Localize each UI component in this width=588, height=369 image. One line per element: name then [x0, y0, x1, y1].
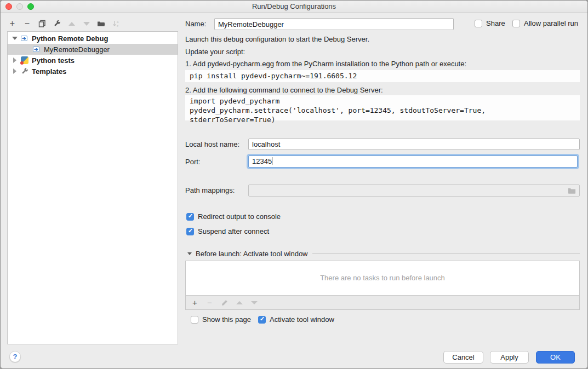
- before-launch-task-list[interactable]: There are no tasks to run before launch: [185, 261, 580, 296]
- pip-install-code-snippet[interactable]: pip install pydevd-pycharm~=191.6605.12: [185, 70, 580, 82]
- chevron-right-icon[interactable]: [13, 68, 16, 74]
- tree-item-python-tests[interactable]: Python tests: [8, 55, 178, 66]
- activate-tool-window-checkbox-box[interactable]: [258, 316, 266, 324]
- allow-parallel-run-label: Allow parallel run: [524, 19, 578, 27]
- apply-button[interactable]: Apply: [490, 351, 529, 364]
- configuration-panel: Name: Share Allow parallel run Launch th…: [185, 13, 580, 363]
- port-input[interactable]: 12345: [248, 155, 578, 168]
- move-up-icon: [67, 20, 76, 28]
- port-label: Port:: [185, 158, 200, 166]
- copy-icon[interactable]: [38, 20, 46, 28]
- name-label: Name:: [185, 20, 206, 28]
- suspend-after-connect-checkbox-box[interactable]: [186, 228, 194, 235]
- title-bar[interactable]: Run/Debug Configurations: [1, 1, 587, 13]
- show-this-page-label: Show this page: [202, 315, 251, 324]
- tree-item-label: Python tests: [32, 56, 75, 65]
- add-task-icon[interactable]: +: [191, 298, 199, 307]
- share-checkbox[interactable]: Share: [475, 19, 505, 27]
- tree-item-label: MyRemoteDebugger: [44, 45, 110, 54]
- sort-alphabetically-icon: az: [112, 20, 120, 28]
- svg-text:a: a: [117, 20, 119, 24]
- redirect-output-checkbox[interactable]: Redirect output to console: [186, 212, 281, 221]
- tree-item-python-remote-debug[interactable]: ➔ Python Remote Debug: [8, 33, 178, 44]
- port-value: 12345: [252, 157, 272, 165]
- settrace-code-snippet[interactable]: import pydevd_pycharm pydevd_pycharm.set…: [185, 95, 580, 120]
- add-icon[interactable]: +: [8, 20, 16, 28]
- share-label: Share: [486, 19, 505, 27]
- empty-tasks-text: There are no tasks to run before launch: [186, 274, 579, 282]
- remote-debug-icon: ➔: [33, 45, 41, 53]
- chevron-right-icon[interactable]: [13, 57, 16, 63]
- path-mappings-input[interactable]: [248, 184, 580, 197]
- allow-parallel-run-checkbox-box[interactable]: [512, 20, 520, 27]
- settrace-code-line2: pydevd_pycharm.settrace('localhost', por…: [190, 106, 575, 124]
- question-mark-icon: ?: [13, 353, 18, 361]
- section-divider: [312, 253, 580, 254]
- show-this-page-checkbox-box[interactable]: [191, 316, 198, 324]
- update-script-text: Update your script:: [185, 48, 245, 56]
- browse-folder-icon[interactable]: [568, 187, 576, 194]
- task-up-icon: [235, 298, 243, 307]
- tree-item-myremotedebugger[interactable]: ➔ MyRemoteDebugger: [8, 44, 178, 55]
- help-button[interactable]: ?: [9, 351, 21, 362]
- share-checkbox-box[interactable]: [475, 20, 482, 27]
- activate-tool-window-checkbox[interactable]: Activate tool window: [258, 315, 334, 324]
- tree-item-label: Python Remote Debug: [32, 34, 108, 43]
- edit-templates-wrench-icon[interactable]: [53, 20, 61, 28]
- configurations-toolbar: + − az: [8, 18, 120, 29]
- local-host-name-input[interactable]: [248, 139, 580, 150]
- name-input[interactable]: [214, 18, 454, 30]
- tree-item-templates[interactable]: Templates: [8, 66, 178, 77]
- step1-text: 1. Add pydevd-pycharm.egg from the PyCha…: [185, 60, 466, 68]
- settrace-code-line1: import pydevd_pycharm: [190, 96, 575, 106]
- show-this-page-checkbox[interactable]: Show this page: [191, 315, 251, 324]
- task-down-icon: [250, 298, 258, 307]
- cancel-button[interactable]: Cancel: [443, 351, 483, 364]
- svg-text:z: z: [117, 24, 118, 27]
- before-launch-title: Before launch: Activate tool window: [196, 250, 308, 258]
- move-down-icon: [82, 20, 90, 28]
- python-icon: [21, 56, 28, 64]
- text-caret: [272, 157, 272, 165]
- allow-parallel-run-checkbox[interactable]: Allow parallel run: [512, 19, 578, 27]
- suspend-after-connect-label: Suspend after connect: [198, 227, 269, 235]
- local-host-name-label: Local host name:: [185, 140, 239, 148]
- remove-task-icon: −: [205, 298, 214, 307]
- chevron-down-icon[interactable]: [12, 37, 18, 40]
- wrench-icon: [21, 67, 28, 75]
- run-debug-configurations-dialog: Run/Debug Configurations + − az ➔ Python…: [0, 0, 588, 369]
- redirect-output-label: Redirect output to console: [198, 212, 281, 221]
- edit-task-pencil-icon: [220, 298, 229, 307]
- before-launch-section-header[interactable]: Before launch: Activate tool window: [187, 250, 580, 258]
- path-mappings-label: Path mappings:: [185, 186, 235, 194]
- remove-icon[interactable]: −: [23, 20, 31, 28]
- configurations-tree: ➔ Python Remote Debug ➔ MyRemoteDebugger…: [7, 31, 178, 344]
- tree-item-label: Templates: [32, 67, 66, 76]
- ok-button[interactable]: OK: [536, 351, 575, 364]
- collapse-arrow-icon[interactable]: [187, 252, 192, 255]
- new-folder-icon[interactable]: [97, 20, 105, 28]
- task-list-toolbar: + −: [185, 296, 580, 310]
- suspend-after-connect-checkbox[interactable]: Suspend after connect: [186, 227, 269, 235]
- window-title: Run/Debug Configurations: [1, 2, 587, 10]
- step2-text: 2. Add the following command to connect …: [185, 86, 383, 94]
- launch-instruction-text: Launch this debug configuration to start…: [185, 35, 369, 43]
- activate-tool-window-label: Activate tool window: [270, 315, 334, 324]
- redirect-output-checkbox-box[interactable]: [186, 213, 194, 221]
- remote-debug-icon: ➔: [21, 34, 28, 42]
